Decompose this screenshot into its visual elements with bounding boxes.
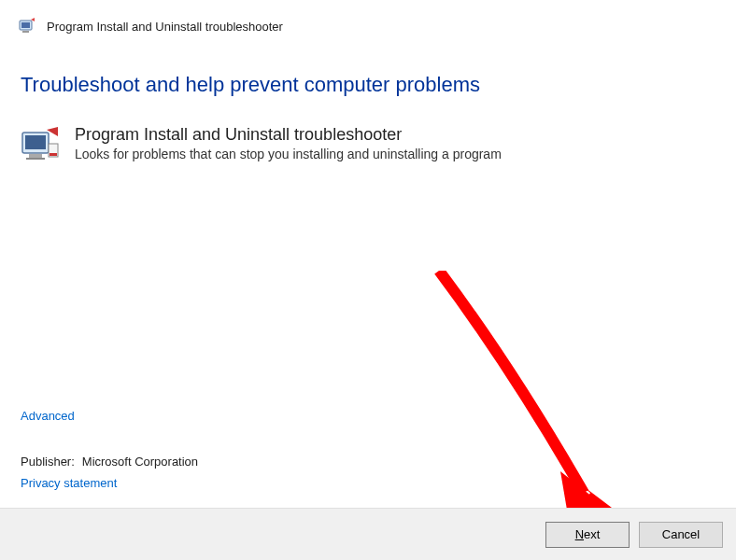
privacy-statement-link[interactable]: Privacy statement: [21, 476, 117, 490]
cancel-button[interactable]: Cancel: [639, 522, 723, 548]
svg-rect-8: [50, 153, 57, 156]
next-rest: ext: [584, 527, 600, 541]
svg-rect-6: [26, 158, 45, 160]
troubleshooter-block: Program Install and Uninstall troublesho…: [0, 106, 736, 164]
title-bar: Program Install and Uninstall troublesho…: [0, 0, 736, 45]
lower-info-block: Advanced Publisher:Microsoft Corporation…: [21, 409, 198, 490]
troubleshooter-title: Program Install and Uninstall troublesho…: [75, 125, 502, 145]
troubleshooter-large-icon: [21, 125, 60, 164]
svg-rect-5: [29, 154, 42, 158]
next-button[interactable]: Next: [545, 522, 630, 548]
svg-rect-4: [25, 135, 46, 149]
troubleshooter-small-icon: [19, 17, 37, 35]
window-title: Program Install and Uninstall troublesho…: [47, 20, 283, 34]
button-bar: Next Cancel: [0, 508, 736, 560]
page-heading: Troubleshoot and help prevent computer p…: [0, 45, 736, 106]
publisher-name: Microsoft Corporation: [82, 455, 198, 469]
publisher-label: Publisher:: [21, 455, 75, 469]
svg-rect-1: [21, 22, 30, 28]
next-accesskey: N: [575, 527, 584, 541]
troubleshooter-description: Looks for problems that can stop you ins…: [75, 147, 502, 161]
annotation-arrow-icon: [411, 271, 635, 532]
svg-rect-2: [22, 31, 29, 33]
publisher-row: Publisher:Microsoft Corporation: [21, 455, 198, 469]
advanced-link[interactable]: Advanced: [21, 409, 75, 423]
troubleshooter-text: Program Install and Uninstall troublesho…: [75, 125, 502, 161]
